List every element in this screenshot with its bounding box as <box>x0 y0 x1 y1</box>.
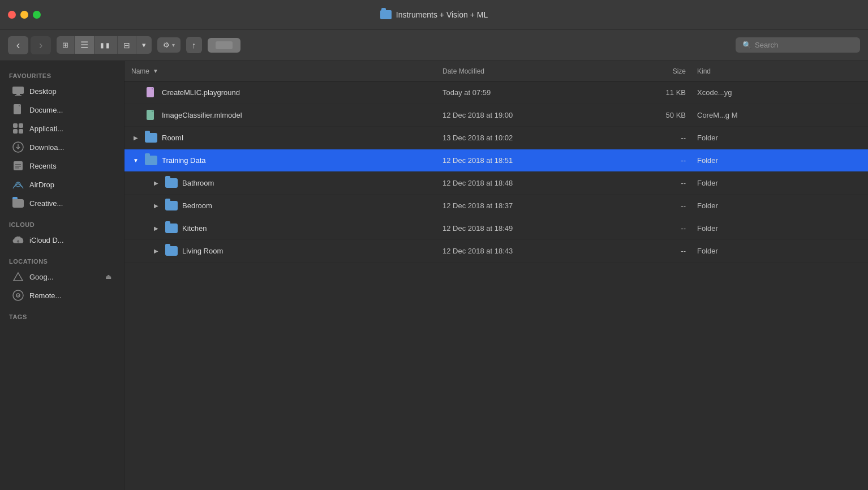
table-row[interactable]: ▶ Bedroom 12 Dec 2018 at 18:37 -- Folder <box>124 195 868 217</box>
sidebar-label-icloud-drive: iCloud D... <box>29 236 111 244</box>
file-kind: Folder <box>686 201 861 210</box>
sidebar-item-airdrop[interactable]: AirDrop <box>3 175 121 194</box>
search-input[interactable] <box>755 41 853 49</box>
mlmodel-file-icon <box>145 110 157 121</box>
column-header-kind[interactable]: Kind <box>686 67 861 75</box>
view-columns-button[interactable]: ▮▮ <box>94 36 118 54</box>
maximize-button[interactable] <box>33 11 41 19</box>
close-button[interactable] <box>8 11 16 19</box>
column-header-size[interactable]: Size <box>601 67 686 75</box>
creative-folder-icon <box>12 197 24 209</box>
desktop-icon <box>12 85 24 97</box>
settings-button[interactable]: ⚙ ▾ <box>157 37 181 53</box>
table-row[interactable]: ▶ Bathroom 12 Dec 2018 at 18:48 -- Folde… <box>124 172 868 195</box>
applications-icon <box>12 123 24 134</box>
table-row[interactable]: ▶ CreateMLIC.playground Today at 07:59 1… <box>124 81 868 104</box>
window-title: Instruments + Vision + ML <box>380 10 488 19</box>
view-grid-button[interactable]: ⊞ <box>57 36 75 54</box>
window-folder-icon <box>380 10 392 19</box>
minimize-button[interactable] <box>20 11 28 19</box>
window-title-text: Instruments + Vision + ML <box>396 10 488 19</box>
file-kind: Folder <box>686 179 861 187</box>
folder-file-icon <box>165 223 178 234</box>
sidebar: Favourites Desktop Docume... <box>0 61 124 490</box>
sidebar-section-icloud: iCloud <box>0 217 124 230</box>
sort-arrow-icon: ▼ <box>153 68 158 74</box>
svg-rect-13 <box>15 167 19 169</box>
downloads-icon <box>12 141 24 153</box>
file-name-cell: ▼ Training Data <box>131 156 442 166</box>
svg-rect-12 <box>15 166 21 167</box>
file-name: Kitchen <box>182 224 207 233</box>
file-date: 12 Dec 2018 at 18:48 <box>442 179 601 187</box>
back-button[interactable]: ‹ <box>8 36 28 54</box>
sidebar-label-recents: Recents <box>29 162 111 170</box>
share-button[interactable]: ↑ <box>186 37 202 53</box>
file-name-cell: ▶ Living Room <box>131 246 442 256</box>
chevron-down-icon: ▾ <box>142 41 146 49</box>
file-kind: Xcode...yg <box>686 88 861 97</box>
file-name: RoomI <box>162 134 183 142</box>
airdrop-icon <box>12 179 24 190</box>
main-content: Favourites Desktop Docume... <box>0 61 868 490</box>
table-row[interactable]: ▼ Training Data 12 Dec 2018 at 18:51 -- … <box>124 149 868 172</box>
sidebar-section-locations: Locations <box>0 253 124 267</box>
table-row[interactable]: ▶ Kitchen 12 Dec 2018 at 18:49 -- Folder <box>124 217 868 240</box>
expand-icon[interactable]: ▶ <box>152 248 161 254</box>
sidebar-label-google: Goog... <box>29 273 100 281</box>
expand-icon[interactable]: ▶ <box>131 135 140 141</box>
sidebar-item-downloads[interactable]: Downloa... <box>3 138 121 156</box>
sidebar-item-creative[interactable]: Creative... <box>3 194 121 212</box>
expand-icon[interactable]: ▶ <box>152 203 161 209</box>
file-size: 50 KB <box>601 111 686 119</box>
file-kind: Folder <box>686 156 861 165</box>
file-name: Training Data <box>162 156 206 165</box>
view-options-button[interactable]: ▾ <box>136 36 152 54</box>
table-row[interactable]: ▶ ImageClassifier.mlmodel 12 Dec 2018 at… <box>124 104 868 127</box>
expand-icon[interactable]: ▶ <box>152 225 161 231</box>
sidebar-item-documents[interactable]: Docume... <box>3 101 121 119</box>
file-list: Name ▼ Date Modified Size Kind ▶ CreateM… <box>124 61 868 490</box>
file-kind: Folder <box>686 134 861 142</box>
view-gallery-button[interactable]: ⊟ <box>118 36 136 54</box>
playground-file-icon <box>145 88 157 98</box>
column-header-date[interactable]: Date Modified <box>442 67 601 75</box>
view-list-button[interactable]: ☰ <box>75 36 94 54</box>
file-kind: Folder <box>686 224 861 233</box>
sidebar-item-google-drive[interactable]: Goog... ⏏ <box>3 268 121 286</box>
title-bar: Instruments + Vision + ML <box>0 0 868 29</box>
tag-button[interactable] <box>208 38 240 53</box>
settings-chevron-icon: ▾ <box>172 42 175 48</box>
recents-icon <box>12 160 24 171</box>
sidebar-item-icloud-drive[interactable]: iCloud D... <box>3 231 121 249</box>
sidebar-label-desktop: Desktop <box>29 87 111 96</box>
folder-file-icon <box>145 156 157 166</box>
file-date: 12 Dec 2018 at 18:43 <box>442 247 601 255</box>
forward-button[interactable]: › <box>31 36 51 54</box>
svg-rect-8 <box>19 129 23 134</box>
search-bar: 🔍 <box>736 37 860 53</box>
documents-icon <box>12 104 24 115</box>
file-name-cell: ▶ Bathroom <box>131 178 442 188</box>
sidebar-item-desktop[interactable]: Desktop <box>3 82 121 100</box>
table-row[interactable]: ▶ Living Room 12 Dec 2018 at 18:43 -- Fo… <box>124 240 868 263</box>
table-row[interactable]: ▶ RoomI 13 Dec 2018 at 10:02 -- Folder <box>124 127 868 149</box>
eject-icon[interactable]: ⏏ <box>105 273 111 281</box>
file-date: 12 Dec 2018 at 19:00 <box>442 111 601 119</box>
sidebar-item-applications[interactable]: Applicati... <box>3 119 121 137</box>
nav-button-group: ‹ › <box>8 36 51 54</box>
gallery-icon: ⊟ <box>123 41 130 50</box>
sidebar-label-applications: Applicati... <box>29 124 111 133</box>
svg-rect-11 <box>15 164 21 165</box>
expand-icon[interactable]: ▼ <box>131 157 140 164</box>
file-name-cell: ▶ RoomI <box>131 133 442 143</box>
expand-icon[interactable]: ▶ <box>152 180 161 186</box>
column-header-name[interactable]: Name ▼ <box>131 67 442 75</box>
sidebar-item-recents[interactable]: Recents <box>3 157 121 175</box>
folder-file-icon <box>165 178 178 188</box>
sidebar-item-remote[interactable]: Remote... <box>3 286 121 304</box>
file-size: -- <box>601 134 686 142</box>
file-size: -- <box>601 224 686 233</box>
sidebar-label-remote: Remote... <box>29 291 111 300</box>
svg-rect-0 <box>12 87 24 94</box>
